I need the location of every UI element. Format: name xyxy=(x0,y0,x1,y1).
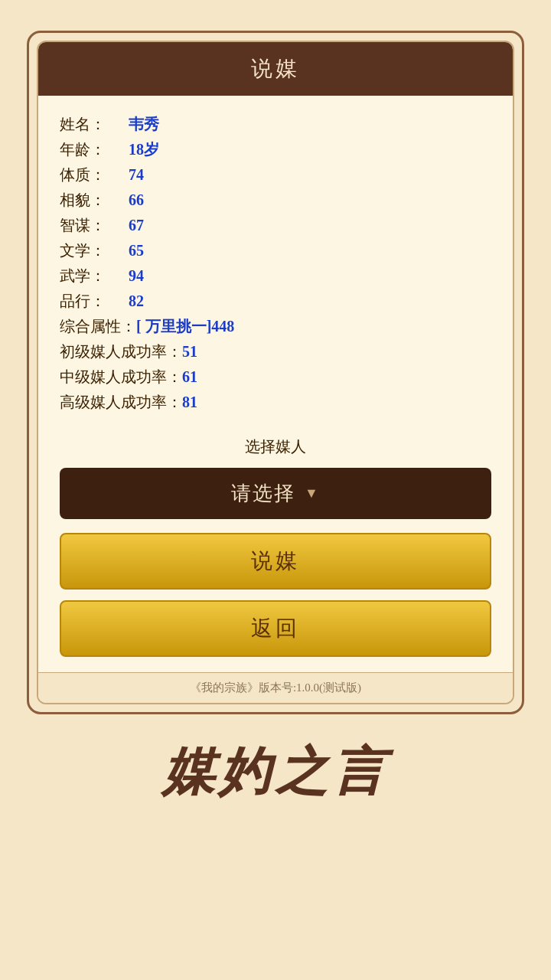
wisdom-label: 智谋： xyxy=(60,215,129,236)
literature-label: 文学： xyxy=(60,240,129,261)
mid-rate-value: 61 xyxy=(182,368,197,386)
conduct-row: 品行： 82 xyxy=(60,291,491,312)
composite-row: 综合属性： [ 万里挑一] 448 xyxy=(60,316,491,337)
physique-value: 74 xyxy=(129,166,144,184)
composite-label: 综合属性： xyxy=(60,316,136,337)
matchmaker-dropdown[interactable]: 请选择 ▼ xyxy=(60,468,491,519)
inner-card: 说媒 姓名： 韦秀 年龄： 18岁 体质： 74 相貌： 66 xyxy=(37,41,514,704)
composite-value: 448 xyxy=(211,318,234,335)
composite-tag: [ 万里挑一] xyxy=(136,316,211,337)
literature-value: 65 xyxy=(129,242,144,260)
header-title: 说媒 xyxy=(251,57,300,80)
martial-row: 武学： 94 xyxy=(60,266,491,286)
junior-rate-label: 初级媒人成功率： xyxy=(60,341,182,362)
back-button[interactable]: 返回 xyxy=(60,600,491,657)
appearance-label: 相貌： xyxy=(60,190,129,211)
literature-row: 文学： 65 xyxy=(60,240,491,261)
select-label: 选择媒人 xyxy=(60,436,491,457)
card-footer: 《我的宗族》版本号:1.0.0(测试版) xyxy=(38,672,513,703)
card-header: 说媒 xyxy=(38,42,513,96)
dropdown-placeholder: 请选择 xyxy=(231,480,295,507)
card-body: 姓名： 韦秀 年龄： 18岁 体质： 74 相貌： 66 智谋： 6 xyxy=(38,96,513,672)
divider xyxy=(60,428,491,429)
mid-rate-label: 中级媒人成功率： xyxy=(60,367,182,387)
chevron-down-icon: ▼ xyxy=(305,485,320,501)
age-row: 年龄： 18岁 xyxy=(60,139,491,160)
name-label: 姓名： xyxy=(60,114,129,135)
bottom-title: 媒妁之言 xyxy=(162,737,389,807)
martial-value: 94 xyxy=(129,267,144,285)
martial-label: 武学： xyxy=(60,266,129,286)
wisdom-row: 智谋： 67 xyxy=(60,215,491,236)
mid-rate-row: 中级媒人成功率： 61 xyxy=(60,367,491,387)
name-row: 姓名： 韦秀 xyxy=(60,114,491,135)
confirm-button[interactable]: 说媒 xyxy=(60,533,491,590)
junior-rate-row: 初级媒人成功率： 51 xyxy=(60,341,491,362)
senior-rate-label: 高级媒人成功率： xyxy=(60,392,182,413)
footer-text: 《我的宗族》版本号:1.0.0(测试版) xyxy=(190,681,361,694)
junior-rate-value: 51 xyxy=(182,343,197,361)
conduct-label: 品行： xyxy=(60,291,129,312)
physique-row: 体质： 74 xyxy=(60,165,491,185)
outer-frame: 说媒 姓名： 韦秀 年龄： 18岁 体质： 74 相貌： 66 xyxy=(27,31,524,714)
senior-rate-row: 高级媒人成功率： 81 xyxy=(60,392,491,413)
appearance-row: 相貌： 66 xyxy=(60,190,491,211)
name-value: 韦秀 xyxy=(129,114,159,135)
senior-rate-value: 81 xyxy=(182,394,197,411)
appearance-value: 66 xyxy=(129,191,144,209)
physique-label: 体质： xyxy=(60,165,129,185)
wisdom-value: 67 xyxy=(129,217,144,234)
age-label: 年龄： xyxy=(60,139,129,160)
info-table: 姓名： 韦秀 年龄： 18岁 体质： 74 相貌： 66 智谋： 6 xyxy=(60,114,491,413)
age-value: 18岁 xyxy=(129,139,159,160)
conduct-value: 82 xyxy=(129,292,144,310)
